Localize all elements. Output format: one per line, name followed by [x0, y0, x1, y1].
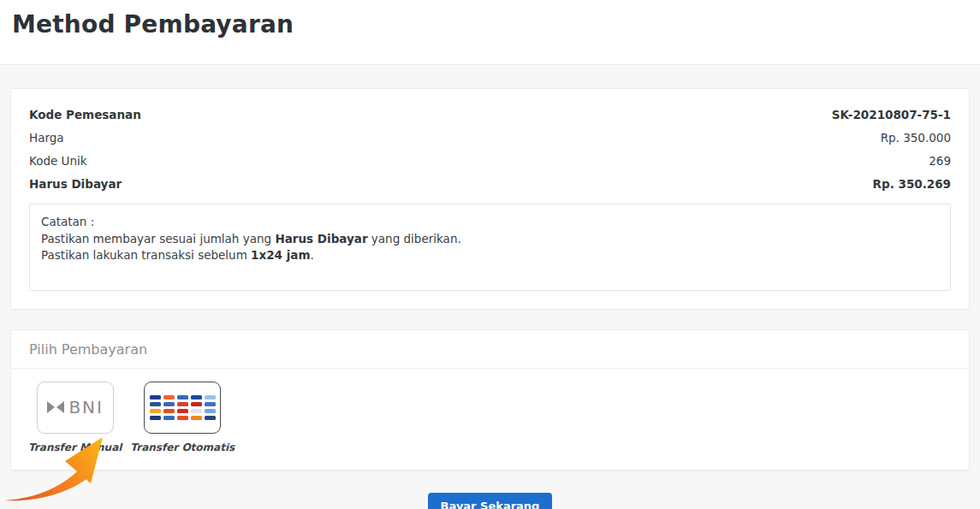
payment-provider-logo-chip — [177, 416, 188, 420]
order-row-kode-pemesanan: Kode Pemesanan SK-20210807-75-1 — [29, 104, 951, 127]
bank-logos-grid — [150, 395, 216, 420]
order-row-harus-dibayar: Harus Dibayar Rp. 350.269 — [29, 173, 951, 196]
payment-provider-logo-chip — [163, 409, 175, 413]
pay-button-row: Bayar Sekarang — [10, 493, 970, 509]
order-row-harga: Harga Rp. 350.000 — [29, 127, 951, 150]
payment-provider-logo-chip — [163, 416, 175, 420]
bni-wordmark: BNI — [68, 397, 104, 417]
payment-provider-logo-chip — [205, 416, 216, 420]
transfer-otomatis-tile[interactable] — [144, 382, 221, 434]
payment-provider-logo-chip — [191, 402, 202, 406]
payment-provider-logo-chip — [163, 395, 175, 400]
order-value: Rp. 350.269 — [873, 173, 951, 196]
payment-option-transfer-manual[interactable]: BNI Transfer Manual — [28, 382, 122, 453]
payment-option-transfer-otomatis[interactable]: Transfer Otomatis — [130, 382, 235, 453]
bni-logo: BNI — [46, 397, 104, 417]
note-line-2: Pastikan membayar sesuai jumlah yang Har… — [41, 231, 939, 248]
transfer-manual-tile[interactable]: BNI — [37, 382, 114, 434]
order-label: Harga — [29, 127, 64, 150]
payment-provider-logo-chip — [150, 409, 161, 413]
note-line-3: Pastikan lakukan transaksi sebelum 1x24 … — [41, 247, 939, 264]
payment-options-row: BNI Transfer Manual Transfer Otomatis — [11, 369, 969, 470]
transfer-otomatis-label: Transfer Otomatis — [130, 441, 235, 453]
payment-provider-logo-chip — [191, 395, 202, 400]
order-row-kode-unik: Kode Unik 269 — [29, 150, 951, 173]
payment-section-title: Pilih Pembayaran — [11, 330, 969, 369]
payment-provider-logo-chip — [191, 416, 202, 420]
payment-provider-logo-chip — [205, 395, 216, 400]
order-label: Kode Pemesanan — [29, 104, 141, 127]
payment-provider-logo-chip — [205, 402, 216, 406]
payment-provider-logo-chip — [163, 402, 175, 406]
page-header: Method Pembayaran — [0, 0, 980, 65]
order-summary-card: Kode Pemesanan SK-20210807-75-1 Harga Rp… — [10, 88, 970, 310]
payment-provider-logo-chip — [150, 416, 161, 420]
order-value: Rp. 350.000 — [881, 127, 951, 150]
payment-provider-logo-chip — [150, 402, 161, 406]
payment-provider-logo-chip — [191, 409, 202, 413]
main-content: Kode Pemesanan SK-20210807-75-1 Harga Rp… — [0, 65, 980, 509]
page-title: Method Pembayaran — [12, 10, 980, 38]
payment-provider-logo-chip — [150, 395, 161, 400]
bni-sail-icon — [46, 400, 65, 414]
payment-method-card: Pilih Pembayaran BNI Transfer Manual — [10, 329, 970, 471]
note-line-1: Catatan : — [41, 214, 939, 231]
transfer-manual-label: Transfer Manual — [28, 441, 122, 453]
order-value: SK-20210807-75-1 — [832, 104, 951, 127]
payment-provider-logo-chip — [177, 395, 188, 400]
payment-provider-logo-chip — [205, 409, 216, 413]
order-value: 269 — [929, 150, 951, 173]
pay-now-button[interactable]: Bayar Sekarang — [428, 493, 553, 509]
payment-provider-logo-chip — [177, 409, 188, 413]
payment-provider-logo-chip — [177, 402, 188, 406]
order-label: Harus Dibayar — [29, 173, 122, 196]
payment-note-box: Catatan : Pastikan membayar sesuai jumla… — [29, 204, 951, 291]
order-label: Kode Unik — [29, 150, 87, 173]
